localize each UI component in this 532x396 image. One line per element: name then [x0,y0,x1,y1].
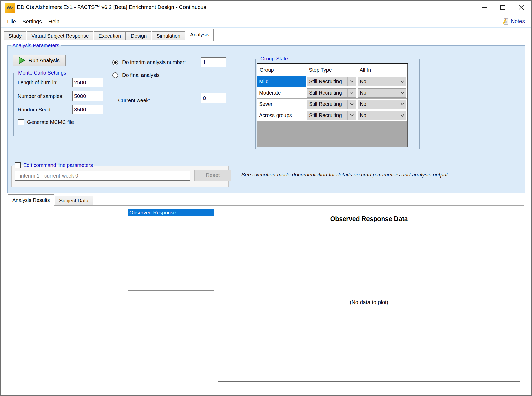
menu-file[interactable]: File [5,18,18,25]
tab-analysis-results[interactable]: Analysis Results [8,194,54,206]
burn-in-label: Length of burn in: [18,78,58,87]
all-in-value: No [358,90,398,96]
stop-type-value: Still Recruiting [307,112,347,118]
interim-number-input[interactable] [201,57,226,67]
tab-simulation[interactable]: Simulation [152,31,185,40]
all-in-dropdown[interactable]: No [358,111,406,120]
group-state-legend: Group State [259,55,290,62]
tab-study[interactable]: Study [4,31,26,40]
mode-separator [113,84,241,84]
edit-cmd-label: Edit command line parameters [23,162,93,169]
close-icon [518,5,524,11]
stop-type-dropdown[interactable]: Still Recruiting [307,100,356,109]
current-week-label: Current week: [118,96,150,105]
maximize-button[interactable] [494,1,512,15]
generate-mcmc-checkbox[interactable] [18,119,24,125]
edit-cmd-checkbox[interactable] [15,162,21,168]
tab-execution[interactable]: Execution [94,31,126,40]
all-in-dropdown[interactable]: No [358,77,406,86]
monte-carlo-group: Monte Carlo Settings Length of burn in: … [13,73,107,136]
generate-mcmc-label: Generate MCMC file [27,119,74,125]
stop-type-value: Still Recruiting [307,79,347,85]
num-samples-label: Number of samples: [18,91,64,101]
results-tab-strip: Analysis Results Subject Data [8,194,93,205]
results-listbox[interactable]: Observed Response [128,209,214,291]
app-window: ED Cts Alzheimers Ex1 - FACTS™ v6.2 [Bet… [0,0,532,396]
stop-type-cell: Still Recruiting [306,87,357,99]
analysis-tab-page: Analysis Parameters Run Analysis Monte C… [3,40,529,393]
notes-button[interactable]: Notes [500,17,526,25]
table-row: Across groups Still Recruiting No [257,110,407,121]
col-header-group: Group [257,64,306,76]
analysis-mode-panel: Do interim analysis number: Do final ana… [108,55,420,150]
tab-subject-data[interactable]: Subject Data [55,196,93,205]
final-analysis-label: Do final analysis [122,72,160,78]
analysis-parameters-legend: Analysis Parameters [11,42,61,49]
col-header-all-in: All In [357,64,407,76]
cmd-line-input[interactable] [15,171,190,181]
interim-analysis-label: Do interim analysis number: [122,59,186,65]
chevron-down-icon [347,77,356,86]
list-item-observed-response[interactable]: Observed Response [128,209,214,216]
group-state-header-row: Group Stop Type All In [257,64,407,76]
menu-bar: File Settings Help Notes [1,15,531,28]
final-analysis-row: Do final analysis [112,72,160,78]
all-in-value: No [358,79,398,85]
window-controls [475,1,530,15]
stop-type-dropdown[interactable]: Still Recruiting [307,111,356,120]
chart-title: Observed Response Data [218,215,520,223]
generate-mcmc-row: Generate MCMC file [18,119,74,125]
stop-type-value: Still Recruiting [307,101,347,107]
chevron-down-icon [347,89,356,97]
group-cell-mild[interactable]: Mild [257,76,306,87]
run-analysis-button[interactable]: Run Analysis [13,55,66,66]
table-row: Mild Still Recruiting No [257,76,407,87]
tab-virtual-subject-response[interactable]: Virtual Subject Response [27,31,93,40]
tab-analysis[interactable]: Analysis [186,29,214,41]
analysis-results-page: Observed Response Observed Response Data… [8,205,524,384]
interim-analysis-radio[interactable] [112,60,118,65]
num-samples-input[interactable] [72,91,103,101]
close-button[interactable] [512,1,530,15]
all-in-dropdown[interactable]: No [358,100,406,109]
stop-type-cell: Still Recruiting [306,99,357,110]
minimize-icon [482,7,487,8]
all-in-cell: No [357,99,407,110]
group-state-group: Group State Group Stop Type All In Mild … [255,59,420,149]
stop-type-dropdown[interactable]: Still Recruiting [307,88,356,98]
burn-in-input[interactable] [72,78,103,87]
tab-design[interactable]: Design [126,31,151,40]
all-in-cell: No [357,87,407,99]
random-seed-label: Random Seed: [18,105,52,114]
title-bar: ED Cts Alzheimers Ex1 - FACTS™ v6.2 [Bet… [1,1,531,15]
window-title: ED Cts Alzheimers Ex1 - FACTS™ v6.2 [Bet… [17,1,206,15]
stop-type-value: Still Recruiting [307,90,347,96]
current-week-input[interactable] [201,93,226,103]
cmd-documentation-note: See execution mode documentation for det… [241,172,449,178]
group-state-table: Group Stop Type All In Mild Still Recrui… [257,63,408,147]
menu-help[interactable]: Help [46,18,62,25]
cmd-parameters-legend: Edit command line parameters [13,162,94,169]
menu-settings[interactable]: Settings [20,18,44,25]
stop-type-cell: Still Recruiting [306,110,357,121]
stop-type-cell: Still Recruiting [306,76,357,87]
app-icon [5,3,15,13]
all-in-dropdown[interactable]: No [358,88,406,98]
group-cell-across-groups[interactable]: Across groups [257,110,306,121]
stop-type-dropdown[interactable]: Still Recruiting [307,77,356,86]
reset-button[interactable]: Reset [194,170,231,181]
group-cell-moderate[interactable]: Moderate [257,87,306,99]
run-play-icon [19,57,25,64]
chevron-down-icon [398,111,406,120]
group-cell-sever[interactable]: Sever [257,99,306,110]
chevron-down-icon [347,111,356,120]
interim-analysis-row: Do interim analysis number: [112,59,186,65]
chevron-down-icon [347,100,356,109]
minimize-button[interactable] [475,1,494,15]
random-seed-input[interactable] [72,105,103,114]
cmd-parameters-group: Edit command line parameters Reset [11,166,229,187]
maximize-icon [500,5,505,10]
main-tab-strip: Study Virtual Subject Response Execution… [3,28,529,40]
final-analysis-radio[interactable] [112,72,118,78]
chevron-down-icon [398,77,406,86]
